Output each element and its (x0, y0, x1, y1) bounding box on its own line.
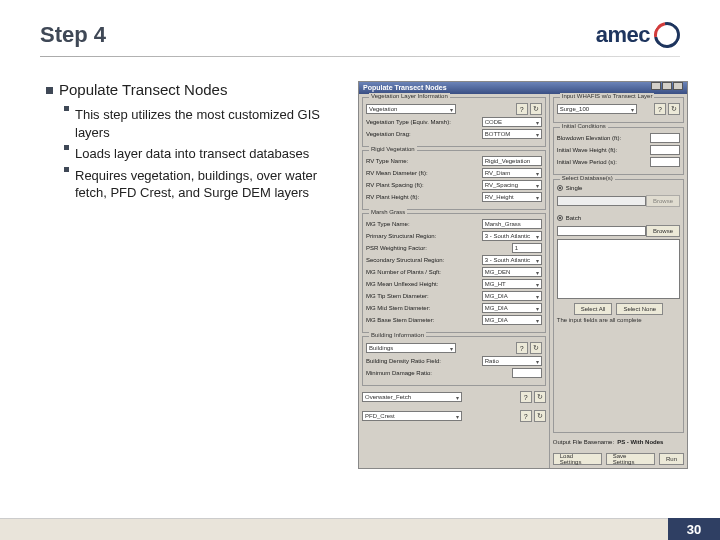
group-building-info: Building Information Buildings▾?↻ Buildi… (362, 336, 546, 386)
run-button[interactable]: Run (659, 453, 684, 465)
bullet-item: This step utilizes the most customized G… (64, 106, 346, 141)
group-rigid-vegetation: Rigid Vegetation RV Type Name:Rigid_Vege… (362, 150, 546, 210)
group-select-databases: Select Database(s) Single Browse Batch B… (553, 179, 684, 433)
output-basename: PS - With Nodes (617, 439, 663, 445)
slide-header: Step 4 amec (0, 0, 720, 56)
group-marsh-grass: Marsh Grass MG Type Name:Marsh_Grass Pri… (362, 213, 546, 333)
help-button[interactable]: ? (520, 391, 532, 403)
mg-weight-input[interactable]: 1 (512, 243, 542, 253)
logo-text: amec (596, 22, 650, 48)
mg-ht-select[interactable]: MG_HT▾ (482, 279, 542, 289)
veg-type-select[interactable]: CODE▾ (482, 117, 542, 127)
refresh-button[interactable]: ↻ (530, 103, 542, 115)
refresh-button[interactable]: ↻ (530, 342, 542, 354)
browse-button[interactable]: Browse (646, 225, 680, 237)
bullet-item: Loads layer data into transect databases (64, 145, 346, 163)
pfd-crest-select[interactable]: PFD_Crest▾ (362, 411, 462, 421)
chevron-down-icon: ▾ (536, 119, 539, 126)
status-text: The input fields are all complete (557, 317, 680, 323)
mg-psr-select[interactable]: 3 - South Atlantic▾ (482, 231, 542, 241)
mg-ssr-select[interactable]: 3 - South Atlantic▾ (482, 255, 542, 265)
wave-height-input[interactable] (650, 145, 680, 155)
bullet-item: Requires vegetation, buildings, over wat… (64, 167, 346, 202)
save-settings-button[interactable]: Save Settings (606, 453, 655, 465)
select-all-button[interactable]: Select All (574, 303, 613, 315)
wave-period-input[interactable] (650, 157, 680, 167)
rv-diam-select[interactable]: RV_Diam▾ (482, 168, 542, 178)
bullet-icon (64, 167, 69, 172)
bld-ratio-select[interactable]: Ratio▾ (482, 356, 542, 366)
browse-button: Browse (646, 195, 680, 207)
help-button[interactable]: ? (654, 103, 666, 115)
buildings-layer-select[interactable]: Buildings▾ (366, 343, 456, 353)
radio-batch[interactable] (557, 215, 563, 221)
footer-bar (0, 518, 668, 540)
refresh-button[interactable]: ↻ (534, 391, 546, 403)
slide-footer: 30 (0, 518, 720, 540)
refresh-button[interactable]: ↻ (534, 410, 546, 422)
min-damage-input[interactable] (512, 368, 542, 378)
mg-type-input[interactable]: Marsh_Grass (482, 219, 542, 229)
help-button[interactable]: ? (516, 103, 528, 115)
mg-mid-select[interactable]: MG_DIA▾ (482, 303, 542, 313)
minimize-icon[interactable] (651, 82, 661, 90)
rv-type-input[interactable]: Rigid_Vegetation (482, 156, 542, 166)
bullet-list: This step utilizes the most customized G… (64, 106, 346, 202)
section-heading: Populate Transect Nodes (46, 81, 346, 98)
slide-title: Step 4 (40, 22, 106, 48)
logo: amec (596, 22, 680, 48)
vegetation-layer-select[interactable]: Vegetation▾ (366, 104, 456, 114)
page-number: 30 (668, 518, 720, 540)
maximize-icon[interactable] (662, 82, 672, 90)
overwater-fetch-select[interactable]: Overwater_Fetch▾ (362, 392, 462, 402)
bullet-icon (64, 145, 69, 150)
mg-den-select[interactable]: MG_DEN▾ (482, 267, 542, 277)
chevron-down-icon: ▾ (450, 106, 453, 113)
database-listbox[interactable] (557, 239, 680, 299)
load-settings-button[interactable]: Load Settings (553, 453, 602, 465)
veg-drag-select[interactable]: BOTTOM▾ (482, 129, 542, 139)
rv-spacing-select[interactable]: RV_Spacing▾ (482, 180, 542, 190)
blowdown-input[interactable] (650, 133, 680, 143)
select-none-button[interactable]: Select None (616, 303, 663, 315)
surge-layer-select[interactable]: Surge_100▾ (557, 104, 637, 114)
window-controls (650, 82, 683, 94)
group-initial-conditions: Initial Conditions Blowdown Elevation (f… (553, 127, 684, 175)
radio-single[interactable] (557, 185, 563, 191)
mg-tip-select[interactable]: MG_DIA▾ (482, 291, 542, 301)
bullet-icon (64, 106, 69, 111)
output-row: Output File Basename: PS - With Nodes (553, 439, 684, 445)
logo-swirl-icon (649, 17, 685, 53)
single-db-input[interactable] (557, 196, 646, 206)
dialog-screenshot: Populate Transect Nodes Vegetation Layer… (358, 81, 688, 469)
dialog-left-column: Vegetation Layer Information Vegetation▾… (359, 94, 550, 468)
close-icon[interactable] (673, 82, 683, 90)
rv-height-select[interactable]: RV_Height▾ (482, 192, 542, 202)
batch-db-input[interactable] (557, 226, 646, 236)
group-input-whafis: Input WHAFIS w/o Transect Layer Surge_10… (553, 97, 684, 123)
mg-base-select[interactable]: MG_DIA▾ (482, 315, 542, 325)
dialog-right-column: Input WHAFIS w/o Transect Layer Surge_10… (550, 94, 687, 468)
refresh-button[interactable]: ↻ (668, 103, 680, 115)
help-button[interactable]: ? (520, 410, 532, 422)
help-button[interactable]: ? (516, 342, 528, 354)
group-vegetation-layer: Vegetation Layer Information Vegetation▾… (362, 97, 546, 147)
text-column: Populate Transect Nodes This step utiliz… (46, 81, 346, 469)
chevron-down-icon: ▾ (536, 131, 539, 138)
bullet-icon (46, 87, 53, 94)
